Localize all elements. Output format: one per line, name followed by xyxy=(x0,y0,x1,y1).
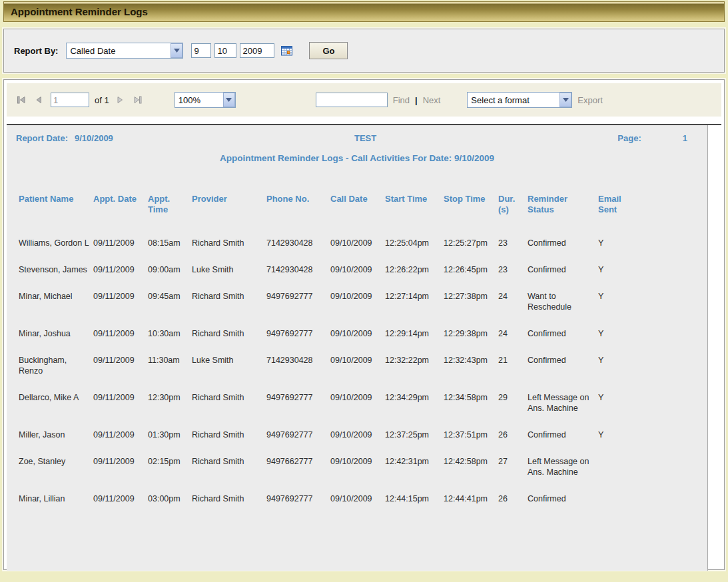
table-cell: 9497662777 xyxy=(266,456,330,493)
table-cell: 7142930428 xyxy=(266,355,330,392)
table-cell: Confirmed xyxy=(528,328,598,355)
table-row: Minar, Lillian09/11/200903:00pmRichard S… xyxy=(19,493,635,520)
next-page-icon xyxy=(115,97,125,107)
table-cell: 12:25:04pm xyxy=(385,238,444,264)
table-cell: Y xyxy=(598,430,635,456)
table-cell: 12:37:25pm xyxy=(385,430,444,456)
report-date-value: 9/10/2009 xyxy=(75,133,113,143)
previous-page-button[interactable] xyxy=(33,95,44,105)
column-header: Patient Name xyxy=(19,194,93,238)
table-cell: Left Message on Ans. Machine xyxy=(528,456,598,493)
table-cell: 26 xyxy=(498,493,528,520)
table-cell: 09/11/2009 xyxy=(93,238,148,264)
column-header: Start Time xyxy=(385,194,444,238)
table-cell xyxy=(598,456,635,493)
column-header: Email Sent xyxy=(598,194,635,238)
table-cell: Williams, Gordon L xyxy=(19,238,93,264)
current-page-input[interactable] xyxy=(51,93,89,107)
day-field[interactable] xyxy=(214,43,236,58)
table-cell: 03:00pm xyxy=(148,493,192,520)
table-cell: Zoe, Stanley xyxy=(19,456,93,493)
month-field[interactable] xyxy=(191,43,211,58)
report-table-body: Williams, Gordon L09/11/200908:15amRicha… xyxy=(19,238,635,520)
table-cell: 09/10/2009 xyxy=(330,392,385,430)
export-format-select[interactable]: Select a format xyxy=(467,92,572,108)
table-row: Miller, Jason09/11/200901:30pmRichard Sm… xyxy=(19,430,635,456)
table-cell: 09/11/2009 xyxy=(93,430,148,456)
find-text-input[interactable] xyxy=(316,93,388,107)
table-cell: 29 xyxy=(498,392,528,430)
table-cell: Y xyxy=(598,328,635,355)
report-page-number: 1 xyxy=(683,133,687,143)
table-cell: 08:15am xyxy=(148,238,192,264)
first-page-button[interactable] xyxy=(16,95,27,105)
zoom-selected-value: 100% xyxy=(175,95,200,105)
report-by-label: Report By: xyxy=(14,46,58,56)
header-row: Patient NameAppt. DateAppt. TimeProvider… xyxy=(19,194,635,238)
table-cell: Y xyxy=(598,392,635,430)
table-cell: Y xyxy=(598,355,635,392)
table-cell: 23 xyxy=(498,264,528,291)
table-cell: 09/10/2009 xyxy=(330,430,385,456)
next-link[interactable]: Next xyxy=(423,95,441,105)
report-by-select[interactable]: Called Date xyxy=(66,43,183,59)
table-cell: 9497692777 xyxy=(266,430,330,456)
report-viewer-panel: of 1 100% Find | Next Select a format xyxy=(3,79,725,570)
table-cell: Richard Smith xyxy=(192,328,266,355)
table-cell: 09/11/2009 xyxy=(93,264,148,291)
table-cell: 12:44:15pm xyxy=(385,493,444,520)
find-link[interactable]: Find xyxy=(393,95,410,105)
table-row: Buckingham, Renzo09/11/200911:30amLuke S… xyxy=(19,355,635,392)
last-page-icon xyxy=(132,97,143,107)
table-cell: 09:45am xyxy=(148,291,192,328)
table-cell: Confirmed xyxy=(528,264,598,291)
table-cell: 7142930428 xyxy=(266,238,330,264)
table-cell: Want to Reschedule xyxy=(528,291,598,328)
table-cell: 12:34:58pm xyxy=(444,392,498,430)
table-cell: 21 xyxy=(498,355,528,392)
table-cell: Y xyxy=(598,238,635,264)
first-page-icon xyxy=(16,97,27,107)
table-cell xyxy=(598,493,635,520)
title-bar: Appointment Reminder Logs xyxy=(3,1,725,22)
report-table: Patient NameAppt. DateAppt. TimeProvider… xyxy=(19,194,635,520)
table-cell: Y xyxy=(598,291,635,328)
table-cell: Richard Smith xyxy=(192,392,266,430)
report-center-title: TEST xyxy=(113,133,618,143)
report-viewer-toolbar: of 1 100% Find | Next Select a format xyxy=(7,83,721,117)
table-cell: Richard Smith xyxy=(192,493,266,520)
table-cell: 7142930428 xyxy=(266,264,330,291)
year-field[interactable] xyxy=(240,43,274,58)
table-cell: 09/10/2009 xyxy=(330,238,385,264)
table-cell: 09/10/2009 xyxy=(330,355,385,392)
zoom-select[interactable]: 100% xyxy=(175,92,236,108)
calendar-icon xyxy=(281,48,292,58)
table-cell: Minar, Lillian xyxy=(19,493,93,520)
table-cell: 12:32:43pm xyxy=(444,355,498,392)
table-cell: Y xyxy=(598,264,635,291)
go-button[interactable]: Go xyxy=(309,42,348,59)
last-page-button[interactable] xyxy=(132,95,143,105)
column-header: Dur. (s) xyxy=(498,194,528,238)
page-count-label: of 1 xyxy=(95,95,109,105)
table-cell: 09/10/2009 xyxy=(330,493,385,520)
table-row: Minar, Michael09/11/200909:45amRichard S… xyxy=(19,291,635,328)
chevron-down-icon xyxy=(171,43,182,58)
report-page-label: Page: xyxy=(617,133,641,143)
column-header: Appt. Time xyxy=(148,194,192,238)
table-cell: 09/11/2009 xyxy=(93,355,148,392)
table-cell: 09/10/2009 xyxy=(330,456,385,493)
table-cell: 12:26:22pm xyxy=(385,264,444,291)
table-cell: Richard Smith xyxy=(192,430,266,456)
table-cell: Richard Smith xyxy=(192,291,266,328)
table-cell: 23 xyxy=(498,238,528,264)
column-header: Phone No. xyxy=(266,194,330,238)
next-page-button[interactable] xyxy=(115,95,125,105)
export-link[interactable]: Export xyxy=(577,95,603,105)
filter-panel: Report By: Called Date Go xyxy=(3,29,725,73)
calendar-button[interactable] xyxy=(281,45,292,57)
table-cell: 02:15pm xyxy=(148,456,192,493)
table-row: Dellarco, Mike A09/11/200912:30pmRichard… xyxy=(19,392,635,430)
find-next-separator: | xyxy=(415,95,418,105)
report-date-label: Report Date: xyxy=(16,133,68,143)
